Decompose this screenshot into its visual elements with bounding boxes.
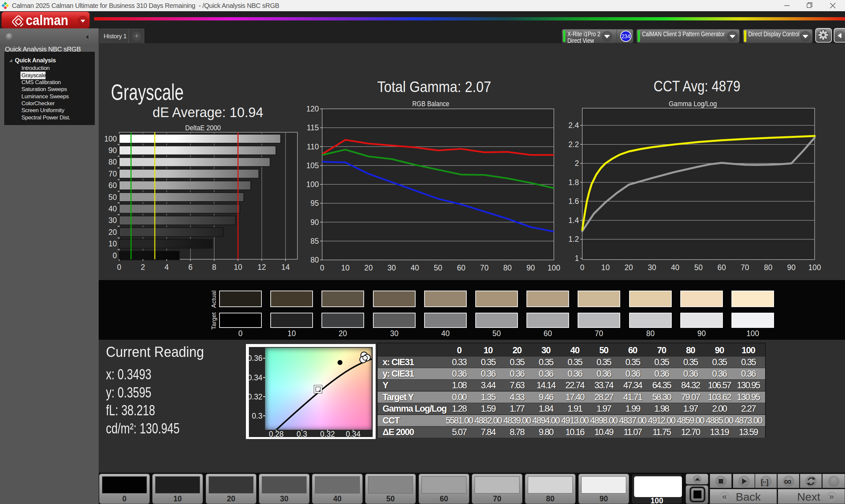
svg-text:95: 95 — [310, 199, 319, 208]
svg-text:0: 0 — [117, 263, 122, 271]
svg-text:1.6: 1.6 — [568, 197, 579, 205]
svg-text:60: 60 — [457, 264, 465, 272]
svg-text:0.34: 0.34 — [346, 430, 360, 438]
svg-text:1.8: 1.8 — [568, 178, 579, 187]
svg-text:90: 90 — [108, 146, 117, 155]
svg-text:115: 115 — [307, 123, 319, 132]
svg-text:105: 105 — [307, 161, 319, 170]
svg-text:RGB Balance: RGB Balance — [412, 100, 449, 108]
svg-text:90: 90 — [527, 264, 535, 272]
svg-text:1.2: 1.2 — [568, 235, 579, 244]
svg-text:DeltaE 2000: DeltaE 2000 — [185, 124, 221, 132]
svg-text:2.4: 2.4 — [568, 121, 579, 130]
svg-text:70: 70 — [108, 169, 117, 178]
svg-text:30: 30 — [648, 263, 656, 272]
svg-text:10: 10 — [601, 263, 610, 272]
svg-text:60: 60 — [108, 181, 117, 190]
svg-text:50: 50 — [434, 264, 442, 272]
svg-text:80: 80 — [504, 264, 512, 272]
svg-text:1.4: 1.4 — [568, 216, 579, 224]
svg-text:20: 20 — [108, 228, 117, 236]
svg-text:10: 10 — [108, 239, 117, 248]
svg-text:85: 85 — [310, 237, 319, 246]
svg-text:40: 40 — [108, 204, 117, 213]
svg-text:Gamma Log/Log: Gamma Log/Log — [669, 100, 717, 108]
svg-text:30: 30 — [108, 216, 117, 224]
svg-text:30: 30 — [388, 264, 396, 272]
svg-text:6: 6 — [189, 263, 193, 271]
svg-text:50: 50 — [694, 263, 703, 272]
svg-text:0.32: 0.32 — [320, 430, 335, 438]
svg-text:10: 10 — [234, 263, 242, 271]
svg-text:4: 4 — [165, 263, 169, 271]
svg-text:110: 110 — [307, 143, 319, 151]
svg-text:80: 80 — [108, 158, 117, 166]
svg-text:10: 10 — [341, 264, 350, 272]
svg-text:100: 100 — [808, 263, 821, 272]
svg-text:2: 2 — [575, 159, 579, 167]
svg-text:0: 0 — [112, 251, 117, 260]
svg-text:70: 70 — [741, 263, 749, 272]
svg-text:14: 14 — [281, 263, 290, 271]
svg-text:0.3: 0.3 — [252, 412, 262, 420]
svg-text:20: 20 — [624, 263, 633, 272]
svg-text:20: 20 — [365, 264, 373, 272]
svg-text:0.28: 0.28 — [269, 430, 284, 438]
svg-text:2: 2 — [141, 263, 145, 271]
svg-text:Total Gamma: 2.07: Total Gamma: 2.07 — [377, 78, 491, 95]
svg-text:80: 80 — [310, 256, 319, 264]
svg-text:2.2: 2.2 — [568, 140, 579, 149]
svg-text:CCT Avg: 4879: CCT Avg: 4879 — [654, 77, 740, 95]
svg-text:0.36: 0.36 — [248, 354, 262, 362]
svg-text:0.3: 0.3 — [297, 430, 307, 438]
svg-text:40: 40 — [411, 264, 419, 272]
svg-text:80: 80 — [764, 263, 772, 272]
svg-text:0: 0 — [320, 264, 324, 272]
svg-text:40: 40 — [671, 263, 680, 272]
svg-text:100: 100 — [548, 264, 560, 272]
svg-text:120: 120 — [307, 105, 319, 113]
svg-text:1: 1 — [575, 254, 579, 263]
svg-text:0: 0 — [580, 263, 584, 272]
svg-text:90: 90 — [787, 263, 796, 272]
svg-text:100: 100 — [307, 180, 319, 189]
svg-text:12: 12 — [258, 263, 266, 271]
svg-text:100: 100 — [104, 134, 117, 143]
svg-text:0.34: 0.34 — [248, 373, 262, 382]
svg-text:90: 90 — [310, 218, 319, 227]
svg-text:50: 50 — [108, 193, 117, 201]
svg-text:60: 60 — [718, 263, 726, 272]
svg-text:8: 8 — [212, 263, 216, 271]
svg-text:70: 70 — [480, 264, 489, 272]
svg-text:0.32: 0.32 — [248, 393, 262, 401]
